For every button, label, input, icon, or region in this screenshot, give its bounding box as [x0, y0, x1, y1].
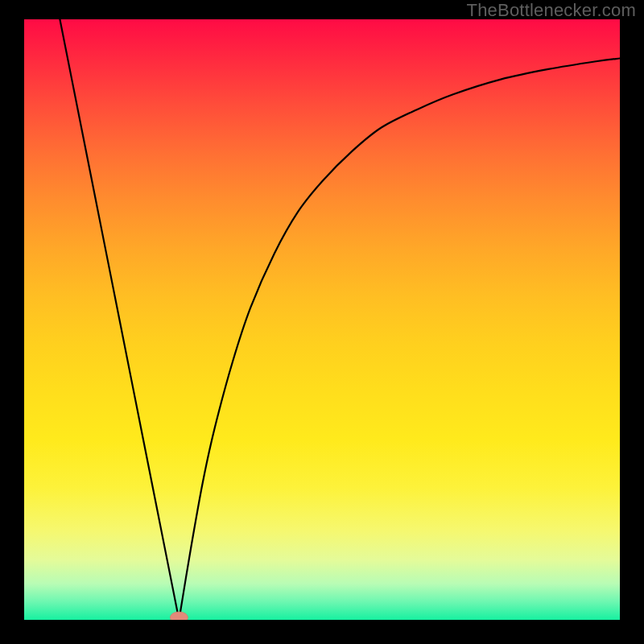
curve-group	[60, 19, 620, 620]
minimum-marker	[170, 612, 188, 620]
chart-frame: TheBottlenecker.com	[0, 0, 644, 644]
plot-svg	[24, 19, 620, 620]
plot-area	[24, 19, 620, 620]
attribution-label: TheBottlenecker.com	[467, 0, 636, 21]
curve-right-branch	[179, 58, 620, 620]
curve-left-branch	[60, 19, 179, 620]
